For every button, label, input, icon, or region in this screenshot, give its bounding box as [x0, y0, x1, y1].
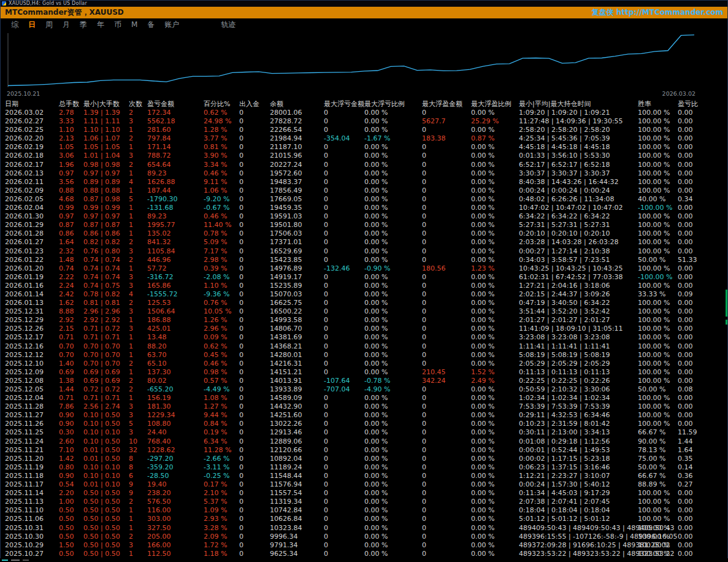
cell-date: 2025.11.21: [5, 446, 59, 455]
table-row[interactable]: 2025.12.262.150.71 | 0.723425.012.96 %01…: [5, 325, 721, 333]
column-header-max-float-profit-pct[interactable]: 最大浮盈比例: [471, 99, 519, 109]
table-row[interactable]: 2026.02.130.970.97 | 0.97189.230.46 %019…: [5, 169, 721, 178]
table-row[interactable]: 2026.02.113.560.89 | 0.8941626.889.11 %0…: [5, 178, 721, 187]
column-header-pnl-amount[interactable]: 盈亏金额: [147, 99, 204, 109]
menu-item-账户[interactable]: 账户: [159, 19, 184, 31]
cell-win-rate: 100.00 %: [638, 178, 678, 187]
menu-item-币[interactable]: 币: [109, 19, 126, 31]
column-header-trade-count[interactable]: 次数: [129, 99, 147, 109]
cell-pnl-amount: 88.20: [147, 342, 204, 351]
table-row[interactable]: 2025.12.160.700.70 | 0.70188.200.62 %014…: [5, 342, 721, 351]
cell-pnl-percent: 1.72 %: [204, 541, 239, 550]
table-row[interactable]: 2025.11.270.900.10 | 0.5031229.349.44 %0…: [5, 411, 721, 420]
table-row[interactable]: 2025.10.270.500.50 | 0.501112.501.18 %09…: [5, 550, 721, 558]
cell-min-max-lots: 0.86 | 0.86: [83, 229, 129, 238]
table-row[interactable]: 2025.12.170.710.71 | 0.71113.480.09 %014…: [5, 333, 721, 342]
column-header-max-float-loss-pct[interactable]: 最大浮亏比例: [364, 99, 422, 109]
cell-balance: 14368.21: [270, 342, 324, 351]
column-header-max-float-loss[interactable]: 最大浮亏金额: [324, 99, 364, 109]
cell-max-float-loss-pct: 0.00 %: [364, 187, 422, 195]
column-header-total-lots[interactable]: 总手数: [59, 99, 83, 109]
cell-date: 2025.12.17: [5, 333, 59, 342]
table-row[interactable]: 2026.02.251.101.10 | 1.101281.601.28 %02…: [5, 126, 721, 134]
table-row[interactable]: 2025.10.291.500.50 | 0.503166.001.72 %09…: [5, 541, 721, 550]
table-row[interactable]: 2026.02.183.061.01 | 1.043788.723.90 %02…: [5, 152, 721, 160]
table-row[interactable]: 2025.11.201.420.01 | 0.508-297.20-2.66 %…: [5, 455, 721, 463]
menu-item-备[interactable]: 备: [142, 19, 159, 31]
table-row[interactable]: 2026.01.142.420.78 | 0.824-1555.72-9.36 …: [5, 290, 721, 299]
column-header-min-max-lots[interactable]: 最小|大手数: [83, 99, 129, 109]
column-header-pl-ratio[interactable]: 盈亏比: [678, 99, 721, 109]
cell-holding-time: 0:10:23 | 2:31:59 | 8:01:42: [519, 420, 638, 428]
table-row[interactable]: 2026.02.191.051.05 | 1.051171.140.81 %02…: [5, 143, 721, 152]
table-row[interactable]: 2026.01.221.480.74 | 0.742446.962.98 %01…: [5, 256, 721, 264]
cell-deposit-withdrawal: 0: [239, 385, 270, 394]
cell-win-rate: 100.00 %: [638, 282, 678, 290]
brand-link[interactable]: 复盘侠 http://MTCommander.com: [591, 7, 723, 18]
cell-date: 2025.12.16: [5, 342, 59, 351]
cell-pl-ratio: 0.00: [678, 533, 721, 541]
table-row[interactable]: 2026.01.232.320.76 | 0.8031105.847.17 %0…: [5, 247, 721, 256]
table-row[interactable]: 2026.01.192.220.74 | 0.743-316.72-2.08 %…: [5, 273, 721, 282]
table-row[interactable]: 2025.12.090.690.69 | 0.691137.300.98 %01…: [5, 368, 721, 377]
column-header-date[interactable]: 日期: [5, 99, 59, 109]
table-row[interactable]: 2026.02.202.131.06 | 1.072797.843.77 %02…: [5, 134, 721, 143]
table-row[interactable]: 2025.11.250.300.10 | 0.10324.400.19 %012…: [5, 428, 721, 437]
menu-item-轨迹[interactable]: 轨迹: [216, 19, 240, 31]
table-row[interactable]: 2026.02.054.680.87 | 0.985-1790.30-9.20 …: [5, 195, 721, 204]
table-row[interactable]: 2026.03.022.781.39 | 1.392172.340.62 %02…: [5, 109, 721, 117]
table-row[interactable]: 2025.11.100.500.50 | 0.501116.001.09 %01…: [5, 506, 721, 515]
menu-item-周[interactable]: 周: [40, 19, 58, 31]
table-row[interactable]: 2026.01.280.860.86 | 0.861135.020.78 %01…: [5, 229, 721, 238]
table-row[interactable]: 2026.01.300.970.97 | 0.97189.230.46 %019…: [5, 212, 721, 221]
table-row[interactable]: 2025.12.040.710.71 | 0.711156.191.08 %01…: [5, 394, 721, 402]
table-row[interactable]: 2025.12.101.400.70 | 0.70265.100.46 %014…: [5, 360, 721, 368]
table-row[interactable]: 2025.12.318.882.96 | 2.9631506.6410.05 %…: [5, 307, 721, 316]
column-header-balance[interactable]: 余额: [270, 99, 324, 109]
menu-item-年[interactable]: 年: [92, 19, 109, 31]
cell-deposit-withdrawal: 0: [239, 550, 270, 558]
table-row[interactable]: 2025.11.287.862.56 | 2.743181.301.27 %01…: [5, 402, 721, 411]
table-row[interactable]: 2026.02.040.990.99 | 0.991-131.68-0.67 %…: [5, 204, 721, 212]
table-row[interactable]: 2026.01.290.870.87 | 0.8711995.7711.40 %…: [5, 221, 721, 229]
table-row[interactable]: 2025.11.131.000.50 | 0.502576.505.37 %01…: [5, 498, 721, 506]
table-row[interactable]: 2025.10.310.500.50 | 0.501327.503.28 %01…: [5, 524, 721, 533]
cell-max-float-profit: 0: [422, 204, 471, 212]
table-row[interactable]: 2025.10.300.500.50 | 0.502205.002.09 %09…: [5, 533, 721, 541]
column-header-max-float-profit[interactable]: 最大浮盈金额: [422, 99, 471, 109]
cell-min-max-lots: 0.01 | 0.50: [83, 446, 129, 455]
table-row[interactable]: 2026.01.200.740.74 | 0.74157.720.39 %014…: [5, 264, 721, 273]
table-row[interactable]: 2025.11.170.540.01 | 0.10919.400.17 %011…: [5, 480, 721, 489]
menu-item-季[interactable]: 季: [75, 19, 92, 31]
table-row[interactable]: 2026.02.273.331.11 | 1.1135562.1824.98 %…: [5, 117, 721, 126]
table-row[interactable]: 2025.12.081.380.69 | 0.69280.020.57 %014…: [5, 377, 721, 385]
column-header-pnl-percent[interactable]: 百分比%: [204, 99, 239, 109]
table-row[interactable]: 2025.12.120.700.70 | 0.70163.700.45 %014…: [5, 351, 721, 360]
table-row[interactable]: 2025.12.051.440.72 | 0.722-655.20-4.49 %…: [5, 385, 721, 394]
cell-pl-ratio: 0.00: [678, 117, 721, 126]
menu-item-月[interactable]: 月: [58, 19, 75, 31]
column-header-win-rate[interactable]: 胜率: [638, 99, 678, 109]
table-row[interactable]: 2026.01.271.640.82 | 0.822841.325.09 %01…: [5, 238, 721, 247]
table-row[interactable]: 2025.11.142.200.50 | 0.509238.202.10 %01…: [5, 489, 721, 498]
column-header-holding-time[interactable]: 最小|平均|最大持仓时间: [519, 99, 638, 109]
table-row[interactable]: 2025.11.190.800.10 | 0.108-359.20-3.11 %…: [5, 463, 721, 472]
table-row[interactable]: 2026.01.162.240.74 | 0.753165.861.10 %01…: [5, 282, 721, 290]
menu-item-综[interactable]: 综: [6, 19, 23, 31]
cell-deposit-withdrawal: 0: [239, 178, 270, 187]
menu-item-M[interactable]: M: [126, 20, 142, 29]
table-row[interactable]: 2026.02.171.960.98 | 0.982654.643.34 %02…: [5, 161, 721, 169]
cell-pnl-percent: 0.17 %: [204, 480, 239, 489]
cell-balance: 17669.05: [270, 195, 324, 204]
menu-item-日[interactable]: 日: [23, 19, 40, 31]
table-row[interactable]: 2025.11.217.100.01 | 0.50321228.6211.28 …: [5, 446, 721, 455]
table-row[interactable]: 2025.11.242.600.10 | 0.5010768.406.34 %0…: [5, 437, 721, 446]
table-row[interactable]: 2025.11.180.900.10 | 0.106-28.50-0.25 %0…: [5, 472, 721, 480]
cell-pnl-amount: 65.10: [147, 360, 204, 368]
table-row[interactable]: 2026.02.090.880.88 | 0.881187.441.06 %01…: [5, 187, 721, 195]
table-row[interactable]: 2026.01.131.620.81 | 0.812125.530.76 %01…: [5, 299, 721, 307]
table-row[interactable]: 2025.12.292.922.92 | 2.921186.881.26 %01…: [5, 316, 721, 325]
table-row[interactable]: 2025.11.260.900.10 | 0.505108.800.84 %01…: [5, 420, 721, 428]
table-row[interactable]: 2025.11.060.500.50 | 0.501303.002.93 %01…: [5, 515, 721, 523]
column-header-deposit-withdrawal[interactable]: 出入金: [239, 99, 270, 109]
